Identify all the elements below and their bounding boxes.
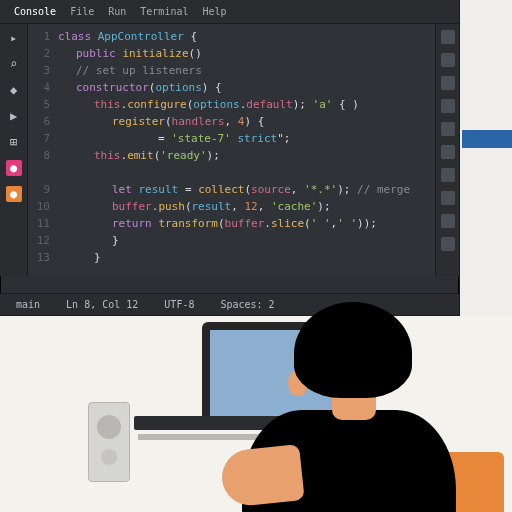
panel-icon[interactable] bbox=[441, 99, 455, 113]
code-line[interactable]: 7= 'state-7' strict"; bbox=[28, 130, 435, 147]
code-line[interactable]: 3// set up listeners bbox=[28, 62, 435, 79]
panel-icon[interactable] bbox=[441, 214, 455, 228]
line-number: 5 bbox=[28, 96, 58, 113]
code-line[interactable]: 10buffer.push(result, 12, 'cache'); bbox=[28, 198, 435, 215]
status-branch[interactable]: main bbox=[16, 299, 40, 310]
status-encoding[interactable]: UTF-8 bbox=[164, 299, 194, 310]
code-content[interactable]: // set up listeners bbox=[58, 62, 425, 79]
panel-icon[interactable] bbox=[441, 237, 455, 251]
code-line[interactable]: 6register(handlers, 4) { bbox=[28, 113, 435, 130]
person-silhouette bbox=[206, 272, 456, 512]
code-line[interactable] bbox=[28, 164, 435, 181]
line-number: 2 bbox=[28, 45, 58, 62]
tab-terminal[interactable]: Terminal bbox=[140, 6, 188, 17]
line-number: 10 bbox=[28, 198, 58, 215]
wall-monitor: Console File Run Terminal Help ▸ ⌕ ◆ ▶ ⊞… bbox=[0, 0, 460, 316]
panel-icon[interactable] bbox=[441, 122, 455, 136]
status-position[interactable]: Ln 8, Col 12 bbox=[66, 299, 138, 310]
editor-tabbar: Console File Run Terminal Help bbox=[0, 0, 459, 24]
code-content[interactable]: this.configure(options.default); 'a' { ) bbox=[58, 96, 425, 113]
right-toolbar bbox=[435, 24, 459, 276]
code-content[interactable]: let result = collect(source, '*.*'); // … bbox=[58, 181, 425, 198]
git-icon[interactable]: ◆ bbox=[6, 82, 22, 98]
person-arm bbox=[219, 444, 304, 508]
line-number: 3 bbox=[28, 62, 58, 79]
code-content[interactable]: constructor(options) { bbox=[58, 79, 425, 96]
marker-orange-icon[interactable]: ● bbox=[6, 186, 22, 202]
desk-speaker bbox=[88, 402, 130, 482]
code-content[interactable]: } bbox=[58, 232, 425, 249]
code-line[interactable]: 11return transform(buffer.slice(' ',' ')… bbox=[28, 215, 435, 232]
panel-icon[interactable] bbox=[441, 30, 455, 44]
extensions-icon[interactable]: ⊞ bbox=[6, 134, 22, 150]
panel-icon[interactable] bbox=[441, 191, 455, 205]
tab-console[interactable]: Console bbox=[14, 6, 56, 17]
line-number: 4 bbox=[28, 79, 58, 96]
tab-file[interactable]: File bbox=[70, 6, 94, 17]
tab-help[interactable]: Help bbox=[202, 6, 226, 17]
line-number: 1 bbox=[28, 28, 58, 45]
person-hair bbox=[294, 302, 412, 398]
panel-icon[interactable] bbox=[441, 53, 455, 67]
search-icon[interactable]: ⌕ bbox=[6, 56, 22, 72]
tab-run[interactable]: Run bbox=[108, 6, 126, 17]
activity-bar: ▸ ⌕ ◆ ▶ ⊞ ● ● bbox=[0, 24, 28, 276]
code-line[interactable]: 12} bbox=[28, 232, 435, 249]
desk-area bbox=[0, 316, 512, 512]
code-content[interactable]: } bbox=[58, 249, 425, 266]
code-line[interactable]: 1class AppController { bbox=[28, 28, 435, 45]
files-icon[interactable]: ▸ bbox=[6, 30, 22, 46]
code-line[interactable]: 5this.configure(options.default); 'a' { … bbox=[28, 96, 435, 113]
line-number: 9 bbox=[28, 181, 58, 198]
code-content[interactable]: class AppController { bbox=[58, 28, 425, 45]
code-line[interactable]: 9let result = collect(source, '*.*'); //… bbox=[28, 181, 435, 198]
code-content[interactable]: register(handlers, 4) { bbox=[58, 113, 425, 130]
code-line[interactable]: 2public initialize() bbox=[28, 45, 435, 62]
line-number: 6 bbox=[28, 113, 58, 130]
line-number: 12 bbox=[28, 232, 58, 249]
line-number: 7 bbox=[28, 130, 58, 147]
code-content[interactable]: buffer.push(result, 12, 'cache'); bbox=[58, 198, 425, 215]
code-line[interactable]: 8this.emit('ready'); bbox=[28, 147, 435, 164]
panel-icon[interactable] bbox=[441, 168, 455, 182]
line-number: 8 bbox=[28, 147, 58, 164]
marker-pink-icon[interactable]: ● bbox=[6, 160, 22, 176]
code-editor[interactable]: 1class AppController {2public initialize… bbox=[28, 24, 435, 276]
code-content[interactable]: this.emit('ready'); bbox=[58, 147, 425, 164]
code-line[interactable]: 13} bbox=[28, 249, 435, 266]
debug-icon[interactable]: ▶ bbox=[6, 108, 22, 124]
code-line[interactable]: 4constructor(options) { bbox=[28, 79, 435, 96]
panel-icon[interactable] bbox=[441, 145, 455, 159]
code-content[interactable]: public initialize() bbox=[58, 45, 425, 62]
code-content[interactable]: = 'state-7' strict"; bbox=[58, 130, 425, 147]
wall-accent-stripe bbox=[462, 130, 512, 148]
code-content[interactable] bbox=[58, 164, 425, 181]
line-number: 13 bbox=[28, 249, 58, 266]
panel-icon[interactable] bbox=[441, 76, 455, 90]
line-number: 11 bbox=[28, 215, 58, 232]
code-content[interactable]: return transform(buffer.slice(' ',' ')); bbox=[58, 215, 425, 232]
